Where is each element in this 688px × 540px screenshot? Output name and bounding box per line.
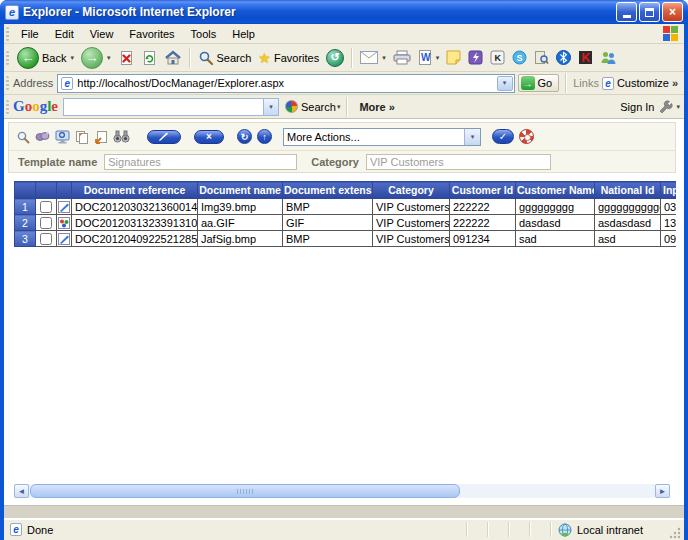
- row-checkbox[interactable]: [40, 201, 52, 213]
- menu-favorites[interactable]: Favorites: [121, 25, 182, 43]
- kaspersky-button[interactable]: K: [575, 48, 596, 67]
- notes-button[interactable]: [443, 48, 464, 67]
- close-button[interactable]: ×: [662, 2, 683, 22]
- skype-button[interactable]: S: [509, 48, 530, 67]
- magnifier-icon: [16, 130, 30, 144]
- help-icon[interactable]: [519, 129, 534, 144]
- google-settings-caret-icon[interactable]: ▾: [676, 103, 680, 111]
- template-name-input[interactable]: [104, 154, 297, 170]
- cell-document-extension: BMP: [283, 231, 373, 247]
- refresh-button[interactable]: [138, 48, 160, 68]
- home-button[interactable]: [161, 48, 185, 68]
- refresh-grid-button[interactable]: ↻: [237, 129, 252, 144]
- grid-header-customer-id[interactable]: Customer Id: [450, 182, 516, 199]
- import-document-button[interactable]: [94, 130, 108, 144]
- row-checkbox[interactable]: [40, 233, 52, 245]
- k-keyboard-button[interactable]: K: [487, 48, 508, 67]
- grid-header-icon: [57, 182, 72, 199]
- research-button[interactable]: [531, 48, 552, 67]
- scrollbar-thumb[interactable]: [30, 484, 460, 498]
- grid-header-document-name[interactable]: Document name: [198, 182, 283, 199]
- google-search-button[interactable]: Search: [301, 101, 336, 113]
- monitor-icon: [55, 130, 70, 144]
- purple-app-button[interactable]: [465, 48, 486, 67]
- grid-header-input-date[interactable]: Input date: [661, 182, 677, 199]
- horizontal-scrollbar[interactable]: ◄ ►: [14, 484, 670, 498]
- address-dropdown-icon[interactable]: ▾: [497, 76, 513, 91]
- grid-header-national-id[interactable]: National Id: [595, 182, 661, 199]
- google-more-menu[interactable]: More »: [359, 101, 394, 113]
- grid-header-category[interactable]: Category: [373, 182, 450, 199]
- favorites-star-icon: ★: [258, 50, 271, 66]
- go-button[interactable]: → Go: [518, 74, 560, 92]
- category-input[interactable]: [366, 154, 551, 170]
- edit-button[interactable]: [147, 130, 181, 144]
- row-checkbox[interactable]: [40, 217, 52, 229]
- google-search-input[interactable]: [63, 98, 263, 116]
- send-button[interactable]: [35, 130, 50, 143]
- upload-button[interactable]: ↑: [257, 129, 272, 144]
- apply-button[interactable]: ✓: [492, 129, 514, 144]
- bluetooth-button[interactable]: [553, 48, 574, 67]
- address-input[interactable]: e http://localhost/DocManager/Explorer.a…: [57, 74, 514, 93]
- google-search-caret-icon[interactable]: ▾: [337, 103, 341, 111]
- links-label: Links: [573, 77, 599, 89]
- more-actions-select[interactable]: More Actions... ▾: [283, 128, 481, 146]
- find-button[interactable]: [113, 130, 130, 143]
- binoculars-icon: [113, 130, 130, 143]
- resize-grip[interactable]: [668, 526, 682, 540]
- zoom-button[interactable]: [16, 130, 30, 144]
- toolbar-grip[interactable]: [6, 100, 9, 114]
- history-button[interactable]: ↺: [323, 47, 347, 69]
- preview-button[interactable]: [55, 130, 70, 144]
- toolbar-grip[interactable]: [6, 51, 9, 65]
- toolbar-overflow-chevron[interactable]: »: [672, 77, 678, 89]
- mail-button[interactable]: ▾: [357, 49, 389, 66]
- table-row[interactable]: 2 DOC2012031323391310016 aa.GIF GIF VIP …: [15, 215, 677, 231]
- x-icon: ×: [206, 132, 212, 142]
- page-icon: e: [61, 77, 73, 90]
- messenger-people-icon: [600, 50, 617, 65]
- print-button[interactable]: [390, 48, 414, 67]
- search-button[interactable]: Search: [195, 48, 255, 68]
- edit-dropdown-icon[interactable]: ▾: [436, 54, 440, 62]
- toolbar-separator: [565, 73, 567, 93]
- image-file-icon: [58, 217, 70, 229]
- wrench-icon[interactable]: [658, 100, 673, 113]
- forward-button[interactable]: → ▾: [78, 45, 114, 71]
- svg-text:K: K: [495, 53, 502, 63]
- favorites-button[interactable]: ★ Favorites: [255, 48, 322, 68]
- scrollbar-track[interactable]: [461, 484, 655, 498]
- scroll-left-button[interactable]: ◄: [14, 484, 29, 498]
- table-row[interactable]: 3 DOC2012040922521285123 JafSig.bmp BMP …: [15, 231, 677, 247]
- note-icon: [446, 50, 461, 65]
- google-signin-link[interactable]: Sign In: [620, 101, 654, 113]
- forward-dropdown-icon[interactable]: ▾: [107, 54, 111, 62]
- google-search-dropdown-icon[interactable]: ▾: [263, 98, 279, 116]
- maximize-button[interactable]: [639, 2, 660, 22]
- edit-with-word-button[interactable]: W ▾: [415, 48, 443, 67]
- scroll-right-button[interactable]: ►: [655, 484, 670, 498]
- mail-dropdown-icon[interactable]: ▾: [382, 54, 386, 62]
- page-content: × ↻ ↑ More Actions... ▾ ✓ Template name …: [4, 119, 684, 518]
- grid-header-document-reference[interactable]: Document reference: [72, 182, 198, 199]
- menu-tools[interactable]: Tools: [183, 25, 225, 43]
- menu-edit[interactable]: Edit: [47, 25, 82, 43]
- menu-file[interactable]: File: [13, 25, 47, 43]
- table-row[interactable]: 1 DOC2012030321360014452 Img39.bmp BMP V…: [15, 199, 677, 215]
- grid-header-customer-name[interactable]: Customer Name: [516, 182, 595, 199]
- stop-button[interactable]: [115, 48, 137, 68]
- menu-view[interactable]: View: [82, 25, 122, 43]
- toolbar-grip[interactable]: [6, 76, 9, 90]
- toolbar-grip[interactable]: [6, 27, 9, 41]
- grid-header-document-extension[interactable]: Document extension: [283, 182, 373, 199]
- back-dropdown-icon[interactable]: ▾: [70, 54, 74, 62]
- pencil-icon: [158, 132, 170, 142]
- customize-link[interactable]: Customize: [617, 77, 669, 89]
- menu-help[interactable]: Help: [224, 25, 263, 43]
- delete-button[interactable]: ×: [194, 130, 224, 144]
- messenger-button[interactable]: [597, 48, 620, 67]
- copy-document-button[interactable]: [75, 130, 89, 144]
- minimize-button[interactable]: [616, 2, 637, 22]
- back-button[interactable]: ← Back ▾: [14, 45, 77, 71]
